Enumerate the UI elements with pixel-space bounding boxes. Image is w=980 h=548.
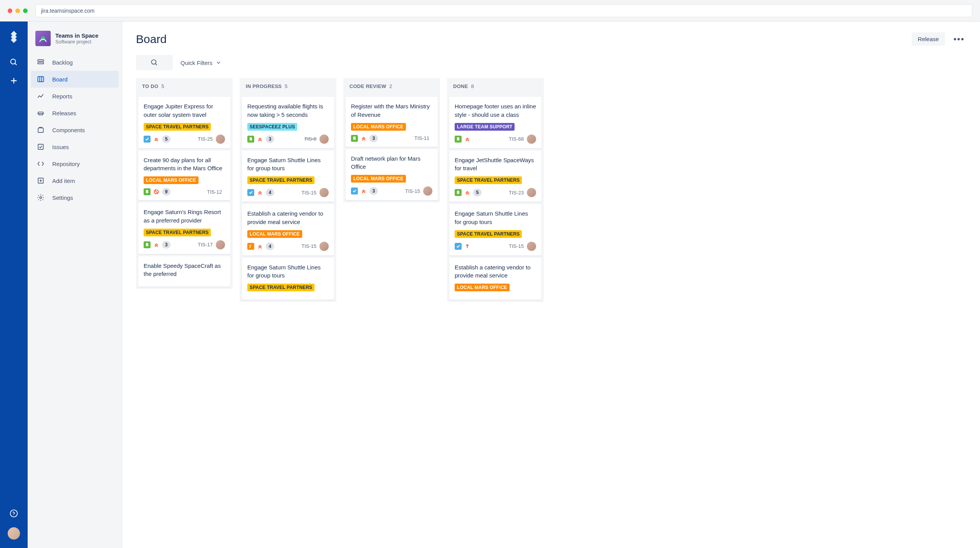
page-title: Board [136,33,912,46]
card-title: Enable Speedy SpaceCraft as the preferre… [144,262,225,279]
sidebar-item-label: Releases [52,110,76,116]
story-points: 5 [473,189,482,196]
sidebar-item-label: Components [52,127,85,133]
card-title: Homepage footer uses an inline style - s… [455,102,536,119]
epic-badge: Local Mars Office [351,175,406,183]
quick-filters-dropdown[interactable]: Quick Filters [180,60,222,66]
minimize-window-icon[interactable] [15,8,20,13]
issue-type-story-icon [144,188,151,195]
issue-card[interactable]: Engage Saturn's Rings Resort as a prefer… [138,203,230,254]
project-type: Software project [55,39,98,45]
search-icon [151,59,158,66]
url-bar[interactable]: jira.teamsinspace.com [35,4,972,17]
priority-blocker-icon [153,188,160,195]
issue-card[interactable]: Establish a catering vendor to provide m… [242,204,334,256]
sidebar-item-repository[interactable]: Repository [31,155,119,172]
release-button[interactable]: Release [912,32,945,46]
user-avatar[interactable] [8,527,20,540]
card-title: Create 90 day plans for all departments … [144,156,225,173]
card-title: Engage JetShuttle SpaceWays for travel [455,156,536,173]
browser-chrome: jira.teamsinspace.com [0,0,980,22]
assignee-avatar[interactable] [527,242,536,251]
issue-card[interactable]: Engage Saturn Shuttle Lines for group to… [242,151,334,202]
jira-logo-icon[interactable] [7,30,21,44]
svg-point-0 [11,59,16,64]
assignee-avatar[interactable] [216,240,225,249]
issue-card[interactable]: Establish a catering vendor to provide m… [449,258,541,300]
sidebar-item-add[interactable]: Add item [31,172,119,189]
backlog-icon [36,58,45,67]
epic-badge: Large Team Support [455,123,515,131]
assignee-avatar[interactable] [319,242,329,251]
card-title: Establish a catering vendor to provide m… [247,209,329,226]
sidebar-item-board[interactable]: Board [31,71,119,88]
global-create-button[interactable] [6,73,22,88]
assignee-avatar[interactable] [216,135,225,144]
sidebar-item-label: Reports [52,93,73,100]
issue-card[interactable]: Homepage footer uses an inline style - s… [449,97,541,148]
epic-badge: Space Travel Partners [247,284,315,291]
epic-badge: Local Mars Office [247,230,302,238]
sidebar-item-components[interactable]: Components [31,121,119,138]
board-search-button[interactable] [136,55,173,70]
card-title: Establish a catering vendor to provide m… [455,263,536,280]
sidebar-item-issues[interactable]: Issues [31,138,119,155]
sidebar-item-settings[interactable]: Settings [31,189,119,206]
settings-icon [36,193,45,202]
issue-card[interactable]: Engage Saturn Shuttle Lines for group to… [449,204,541,256]
global-search-button[interactable] [6,55,22,70]
issue-type-task-icon [351,188,358,194]
assignee-avatar[interactable] [423,186,432,196]
window-controls [8,8,28,13]
close-window-icon[interactable] [8,8,12,13]
sidebar-item-releases[interactable]: Releases [31,105,119,121]
project-header[interactable]: Teams in Space Software project [31,31,119,54]
card-footer: 3 TIS-17 [144,240,225,249]
issue-key: TIS-25 [198,136,213,142]
more-actions-button[interactable]: ••• [952,34,966,44]
board-icon [36,75,45,84]
issue-card[interactable]: Engage Jupiter Express for outer solar s… [138,97,230,148]
card-title: Engage Saturn's Rings Resort as a prefer… [144,208,225,225]
story-points: 3 [162,241,171,249]
priority-highest-icon [257,189,263,196]
sidebar-item-label: Add item [52,178,75,184]
issue-card[interactable]: Engage Saturn Shuttle Lines for group to… [242,258,334,300]
sidebar-item-label: Board [52,76,68,83]
issue-card[interactable]: Requesting available flights is now taki… [242,97,334,148]
assignee-avatar[interactable] [319,188,329,197]
priority-highest-icon [360,188,367,194]
story-points: 3 [266,135,274,143]
assignee-avatar[interactable] [527,135,536,144]
maximize-window-icon[interactable] [23,8,28,13]
issue-card[interactable]: Register with the Mars Ministry of Reven… [346,97,438,147]
assignee-avatar[interactable] [527,188,536,197]
issue-card[interactable]: Engage JetShuttle SpaceWays for travel S… [449,151,541,202]
column-header: In Progress 5 [240,78,336,95]
sidebar-item-label: Repository [52,161,80,167]
releases-icon [36,108,45,118]
issue-type-story-icon [351,135,358,142]
card-footer: 4 TIS-15 [247,188,329,197]
sidebar-item-backlog[interactable]: Backlog [31,54,119,71]
card-footer: 5 TIS-25 [144,135,225,144]
issue-card[interactable]: Enable Speedy SpaceCraft as the preferre… [138,256,230,287]
issue-type-task-icon [247,189,254,196]
issue-card[interactable]: Draft network plan for Mars Office Local… [346,149,438,201]
story-points: 3 [369,187,378,195]
sidebar-item-reports[interactable]: Reports [31,88,119,105]
issue-card[interactable]: Create 90 day plans for all departments … [138,151,230,201]
card-footer: 3 TIS-11 [351,135,432,142]
column-inprogress: In Progress 5 Requesting available fligh… [240,78,336,302]
chevron-down-icon [215,60,222,66]
card-footer: TIS-15 [455,242,536,251]
column-codereview: Code Review 2 Register with the Mars Min… [343,78,440,302]
sidebar-item-label: Backlog [52,59,73,66]
sidebar-item-label: Settings [52,194,73,201]
card-title: Requesting available flights is now taki… [247,102,329,119]
card-title: Engage Jupiter Express for outer solar s… [144,102,225,119]
repository-icon [36,159,45,168]
card-title: Engage Saturn Shuttle Lines for group to… [455,209,536,226]
help-button[interactable] [6,506,22,521]
assignee-avatar[interactable] [319,135,329,144]
